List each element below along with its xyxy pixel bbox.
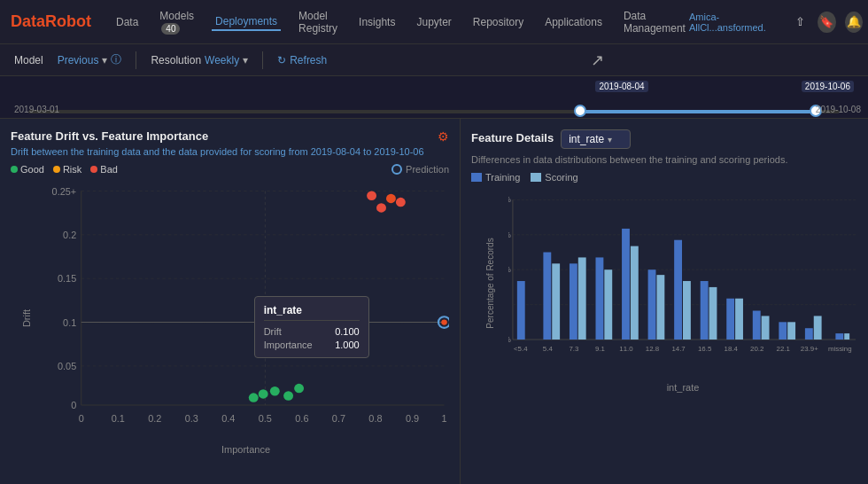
dropdown-arrow-icon: ▾ [608, 135, 612, 144]
logo-data: Data [11, 12, 45, 30]
svg-text:14.7: 14.7 [671, 345, 685, 353]
bar-score-9 [762, 316, 770, 340]
scatter-dot-good-4[interactable] [283, 391, 293, 401]
svg-text:0.8: 0.8 [368, 413, 382, 424]
nav-item-deployments[interactable]: Deployments [212, 13, 281, 31]
timeline-filled [580, 110, 816, 113]
right-y-axis-label: Percentage of Records [485, 238, 495, 328]
legend-bad: Bad [90, 164, 118, 175]
toolbar-separator [136, 51, 136, 69]
timeline-handle-left[interactable] [574, 105, 586, 117]
scatter-chart-container: Drift 0.25+ 0.2 0.15 0.1 [11, 182, 449, 455]
model-label: Model [14, 54, 43, 66]
bar-train-10 [779, 322, 787, 340]
svg-text:18.4: 18.4 [725, 345, 739, 353]
svg-text:7.3: 7.3 [569, 345, 579, 353]
bar-score-7 [709, 287, 717, 340]
bad-dot [90, 166, 97, 173]
bar-score-1 [552, 263, 560, 340]
user-info: Amica- AllCl...ansformed. [689, 12, 782, 33]
y-axis-label: Drift [21, 309, 32, 327]
good-dot [11, 166, 18, 173]
svg-text:1: 1 [442, 413, 447, 424]
bar-train-6 [674, 240, 682, 340]
scatter-dot-bad-2[interactable] [396, 198, 406, 207]
nav-items: Data Models 40 Deployments Model Registr… [112, 8, 689, 36]
svg-text:missing: missing [828, 345, 852, 353]
y-axis-container: Drift [11, 182, 43, 455]
svg-text:0.3: 0.3 [185, 413, 198, 424]
left-panel: ⚙ Feature Drift vs. Feature Importance D… [0, 119, 461, 484]
scatter-dot-good-2[interactable] [259, 389, 268, 399]
tooltip-importance-row: Importance 1.000 [264, 340, 360, 350]
training-color-swatch [471, 173, 482, 182]
svg-text:0.05: 0.05 [58, 361, 76, 371]
timeline-track [28, 110, 840, 113]
scatter-dot-bad-3[interactable] [386, 194, 396, 204]
logo[interactable]: DataRobot [11, 12, 91, 31]
logo-robot: Robot [45, 12, 91, 30]
training-legend-label: Training [485, 172, 520, 183]
nav-right: Amica- AllCl...ansformed. ⇧ 🔖 🔔 ⏺ 👤 [689, 12, 868, 33]
scatter-dot-bad-4[interactable] [367, 191, 376, 201]
nav-item-data[interactable]: Data [112, 14, 142, 30]
feature-dropdown[interactable]: int_rate ▾ [561, 129, 631, 149]
svg-text:0.2: 0.2 [148, 413, 161, 424]
scatter-dot-good-1[interactable] [249, 393, 259, 402]
settings-icon[interactable]: ⚙ [438, 129, 449, 144]
svg-text:10%: 10% [508, 230, 511, 239]
x-axis-label: Importance [43, 444, 449, 455]
bar-train-5 [648, 269, 656, 340]
previous-button[interactable]: Previous ▾ ⓘ [58, 52, 122, 67]
bar-score-10 [787, 322, 795, 340]
nav-item-models[interactable]: Models 40 [156, 8, 198, 36]
bar-train-8 [726, 299, 734, 340]
svg-text:0.5: 0.5 [259, 413, 272, 424]
nav-item-data-management[interactable]: Data Management [620, 8, 689, 36]
scatter-dot-good-5[interactable] [294, 384, 304, 394]
svg-text:<5.4: <5.4 [514, 345, 528, 353]
svg-text:0: 0 [79, 413, 84, 424]
top-navigation: DataRobot Data Models 40 Deployments Mod… [0, 0, 868, 44]
model-selector[interactable]: Model [14, 54, 43, 66]
nav-item-model-registry[interactable]: Model Registry [295, 8, 341, 36]
nav-item-insights[interactable]: Insights [355, 14, 399, 30]
right-y-axis-container: Percentage of Records [471, 188, 508, 378]
bar-chart-legend: Training Scoring [471, 172, 857, 183]
bell-icon[interactable]: 🔔 [845, 12, 863, 33]
models-badge: 40 [161, 23, 180, 35]
timeline-start-label: 2019-03-01 [14, 105, 59, 114]
tooltip-importance-value: 1.000 [335, 340, 360, 350]
refresh-button[interactable]: ↻ Refresh [277, 54, 327, 66]
svg-text:0.25+: 0.25+ [52, 186, 77, 197]
legend-risk-label: Risk [63, 164, 81, 175]
resolution-selector[interactable]: Resolution Weekly ▾ [151, 54, 248, 66]
scatter-dot-bad-1[interactable] [376, 203, 386, 213]
bar-train-9 [753, 311, 761, 340]
bar-train-7 [701, 281, 709, 340]
scatter-dot-intrate-inner[interactable] [441, 319, 447, 324]
nav-item-applications[interactable]: Applications [541, 14, 606, 30]
bar-score-11 [814, 316, 822, 340]
scoring-legend-label: Scoring [545, 172, 577, 183]
svg-text:0.9: 0.9 [406, 413, 419, 424]
bar-score-12 [844, 333, 849, 340]
info-button[interactable]: ⓘ [111, 52, 121, 67]
bookmark-icon[interactable]: 🔖 [818, 12, 835, 33]
prediction-label: Prediction [406, 164, 449, 175]
feature-tooltip: int_rate Drift 0.100 Importance 1.000 [254, 296, 369, 358]
bar-score-5 [656, 275, 664, 340]
svg-text:22.1: 22.1 [777, 345, 790, 353]
main-content: ⚙ Feature Drift vs. Feature Importance D… [0, 119, 868, 484]
legend-training: Training [471, 172, 520, 183]
bar-train-12 [835, 333, 843, 340]
share-icon[interactable]: ⇧ [791, 12, 809, 33]
right-x-axis-label: int_rate [508, 382, 857, 393]
nav-item-repository[interactable]: Repository [469, 14, 527, 30]
nav-item-jupyter[interactable]: Jupyter [413, 14, 454, 30]
timeline: 2019-08-04 2019-10-06 2019-03-01 2019-10… [0, 76, 868, 119]
cursor-area: ↗ [341, 51, 854, 70]
left-panel-subtitle: Drift between the training data and the … [11, 146, 449, 157]
scatter-dot-good-3[interactable] [270, 386, 280, 396]
bar-train-11 [805, 328, 813, 340]
